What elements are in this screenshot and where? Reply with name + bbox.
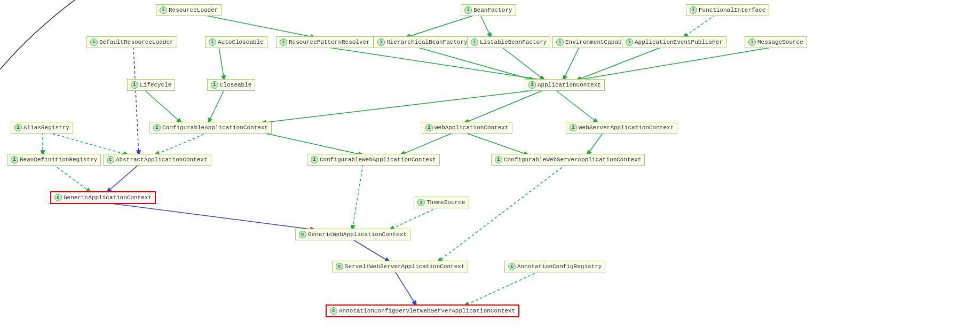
interface-icon: i (556, 38, 564, 46)
node-label: ThemeSource (426, 199, 465, 206)
arrows-layer (0, 0, 980, 336)
svg-line-6 (683, 15, 715, 37)
node-label: ResourceLoader (169, 7, 218, 13)
interface-icon: i (626, 38, 633, 46)
class-diagram: iResourceLoaderiBeanFactoryiFunctionalIn… (0, 0, 980, 336)
node-applicationcontext: iApplicationContext (525, 79, 605, 91)
node-webserverapplicationcontext: iWebServerApplicationContext (566, 122, 677, 134)
node-abstractapplicationcontext: cAbstractApplicationContext (103, 154, 211, 166)
node-applicationeventpublisher: iApplicationEventPublisher (622, 36, 726, 48)
svg-line-31 (395, 271, 416, 306)
class-icon: c (336, 263, 343, 270)
node-autocloseable: iAutoCloseable (205, 36, 267, 48)
interface-icon: i (209, 38, 216, 46)
node-label: ConfigurableApplicationContext (162, 124, 268, 131)
svg-line-27 (390, 207, 438, 230)
interface-icon: i (11, 156, 18, 163)
node-themesource: iThemeSource (414, 197, 469, 208)
svg-line-14 (464, 90, 544, 123)
svg-line-17 (262, 132, 363, 155)
interface-icon: i (464, 6, 472, 14)
interface-icon: i (131, 81, 138, 89)
svg-line-2 (208, 90, 224, 123)
interface-icon: i (570, 124, 577, 131)
node-functionalinterface: iFunctionalInterface (686, 4, 769, 16)
node-messagesource: iMessageSource (745, 36, 807, 48)
node-beandefinitionregistry: iBeanDefinitionRegistry (7, 154, 101, 166)
node-label: FunctionalInterface (699, 7, 765, 13)
svg-line-15 (555, 90, 598, 123)
node-label: AutoCloseable (218, 39, 264, 45)
svg-line-10 (563, 47, 579, 80)
node-label: ApplicationContext (538, 82, 601, 88)
svg-line-11 (576, 47, 662, 80)
svg-line-4 (406, 15, 475, 37)
node-label: ConfigurableWebServerApplicationContext (504, 157, 641, 163)
node-label: ResourcePatternResolver (289, 39, 370, 45)
svg-line-19 (587, 132, 603, 155)
class-icon: c (299, 231, 306, 238)
svg-line-9 (502, 47, 544, 80)
interface-icon: i (280, 38, 287, 46)
interface-icon: i (508, 263, 516, 270)
node-beanfactory: iBeanFactory (461, 4, 516, 16)
node-lifecycle: iLifecycle (127, 79, 175, 91)
node-label: ListableBeanFactory (480, 39, 547, 45)
node-environmentcapable: iEnvironmentCapable (552, 36, 633, 48)
class-icon: c (107, 156, 114, 163)
svg-line-30 (464, 271, 539, 306)
svg-line-1 (219, 47, 224, 80)
svg-line-26 (352, 165, 363, 230)
node-label: AliasRegistry (23, 124, 69, 131)
svg-line-24 (107, 165, 139, 192)
interface-icon: i (690, 6, 697, 14)
node-genericapplicationcontext: cGenericApplicationContext (50, 191, 156, 204)
interface-icon: i (425, 124, 433, 131)
node-resourcepatternresolver: iResourcePatternResolver (276, 36, 374, 48)
svg-line-3 (144, 90, 181, 123)
node-label: ApplicationEventPublisher (635, 39, 723, 45)
svg-line-7 (326, 47, 544, 80)
interface-icon: i (311, 156, 318, 163)
node-webapplicationcontext: iWebApplicationContext (422, 122, 512, 134)
decorative-arc (0, 0, 75, 75)
interface-icon: i (14, 124, 22, 131)
node-label: AbstractApplicationContext (116, 157, 208, 163)
class-icon: c (90, 38, 98, 46)
node-hierarchicalbeanfactory: iHierarchicalBeanFactory (374, 36, 471, 48)
svg-line-29 (352, 239, 390, 262)
svg-line-28 (438, 165, 566, 262)
node-label: Closeable (220, 82, 251, 88)
svg-line-16 (155, 132, 208, 155)
svg-line-8 (416, 47, 534, 80)
svg-line-33 (203, 15, 315, 37)
node-configurableapplicationcontext: iConfigurableApplicationContext (149, 122, 272, 134)
node-label: MessageSource (757, 39, 803, 45)
node-serveltwebserverapplicationcontext: cServeltWebServerApplicationContext (332, 261, 468, 272)
svg-line-20 (464, 132, 528, 155)
node-closeable: iCloseable (207, 79, 255, 91)
node-label: BeanDefinitionRegistry (20, 157, 97, 163)
node-defaultresourceloader: cDefaultResourceLoader (86, 36, 177, 48)
interface-icon: i (377, 38, 385, 46)
svg-line-32 (133, 47, 139, 155)
svg-line-25 (99, 202, 315, 230)
node-label: Lifecycle (140, 82, 171, 88)
class-icon: c (54, 194, 62, 201)
node-label: EnvironmentCapable (565, 39, 629, 45)
node-listablebeanfactory: iListableBeanFactory (467, 36, 550, 48)
svg-line-13 (262, 90, 539, 123)
svg-line-22 (48, 132, 128, 155)
interface-icon: i (471, 38, 478, 46)
node-aliasregistry: iAliasRegistry (11, 122, 73, 134)
interface-icon: i (211, 81, 218, 89)
interface-icon: i (153, 124, 161, 131)
node-genericwebapplicationcontext: cGenericWebApplicationContext (295, 229, 410, 240)
interface-icon: i (748, 38, 756, 46)
node-annotationconfigservletwebserverapplicationcontext: cAnnotationConfigServletWebServerApplica… (326, 304, 519, 317)
node-label: ServeltWebServerApplicationContext (345, 263, 464, 270)
interface-icon: i (495, 156, 502, 163)
node-label: AnnotationConfigRegistry (517, 263, 602, 270)
node-label: AnnotationConfigServletWebServerApplicat… (339, 308, 515, 314)
node-label: HierarchicalBeanFactory (386, 39, 468, 45)
